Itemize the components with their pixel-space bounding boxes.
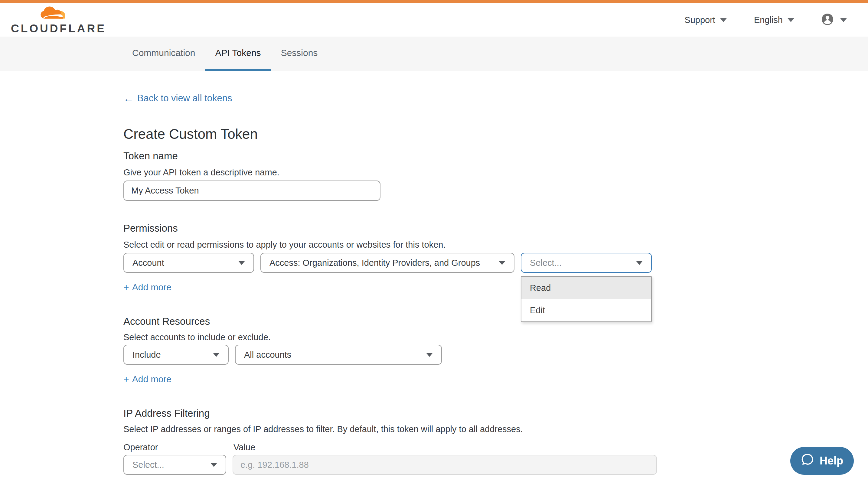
tab-communication[interactable]: Communication: [122, 37, 205, 71]
support-label: Support: [684, 15, 715, 25]
token-name-description: Give your API token a descriptive name.: [123, 167, 838, 178]
permission-access-placeholder: Select...: [530, 258, 562, 268]
account-resources-add-more-link[interactable]: + Add more: [123, 374, 172, 385]
header-nav: Support English: [684, 13, 847, 27]
chevron-down-icon: [499, 261, 505, 265]
ip-filtering-description: Select IP addresses or ranges of IP addr…: [123, 424, 838, 434]
help-label: Help: [819, 454, 843, 467]
main-content: ← Back to view all tokens Create Custom …: [0, 71, 868, 475]
cloudflare-logo-text: CLOUDFLARE: [11, 23, 106, 34]
value-label: Value: [234, 442, 255, 452]
page: CLOUDFLARE Support English: [0, 0, 868, 482]
operator-placeholder: Select...: [132, 460, 164, 470]
chevron-down-icon: [720, 18, 727, 22]
account-resources-row: Include All accounts: [123, 345, 838, 365]
page-title: Create Custom Token: [123, 126, 838, 142]
header: CLOUDFLARE Support English: [0, 3, 868, 37]
include-value: Include: [132, 350, 161, 360]
chevron-down-icon: [787, 18, 794, 22]
chevron-down-icon: [238, 261, 245, 265]
chevron-down-icon: [213, 353, 220, 357]
include-exclude-select[interactable]: Include: [123, 345, 229, 365]
chevron-down-icon: [211, 463, 217, 467]
plus-icon: +: [123, 374, 129, 385]
access-dropdown-menu: Read Edit: [521, 276, 652, 322]
ip-filtering-row: Select...: [123, 455, 838, 475]
chevron-down-icon: [840, 18, 847, 22]
back-to-tokens-link[interactable]: ← Back to view all tokens: [123, 92, 232, 104]
token-name-input[interactable]: [123, 181, 380, 201]
dropdown-option-read[interactable]: Read: [521, 277, 651, 299]
permissions-heading: Permissions: [123, 223, 838, 234]
chevron-down-icon: [426, 353, 433, 357]
tab-sessions[interactable]: Sessions: [271, 37, 328, 71]
cloudflare-logo: CLOUDFLARE: [11, 6, 106, 34]
accounts-select[interactable]: All accounts: [235, 345, 442, 365]
chat-bubble-icon: [801, 453, 815, 469]
language-menu[interactable]: English: [754, 15, 794, 25]
top-orange-bar: [0, 0, 868, 3]
permission-scope-select[interactable]: Account: [123, 253, 254, 273]
ip-filtering-heading: IP Address Filtering: [123, 408, 838, 419]
permissions-description: Select edit or read permissions to apply…: [123, 239, 838, 250]
cloudflare-cloud-icon: [37, 6, 69, 22]
permissions-row: Account Access: Organizations, Identity …: [123, 253, 838, 273]
dropdown-option-edit[interactable]: Edit: [521, 299, 651, 321]
permission-scope-value: Account: [132, 258, 164, 268]
support-menu[interactable]: Support: [684, 15, 727, 25]
add-more-label: Add more: [132, 282, 172, 293]
back-arrow-icon: ←: [123, 92, 134, 104]
add-more-label: Add more: [132, 374, 172, 385]
plus-icon: +: [123, 282, 129, 293]
tab-api-tokens[interactable]: API Tokens: [205, 37, 271, 71]
operator-select[interactable]: Select...: [123, 455, 226, 475]
permission-group-select[interactable]: Access: Organizations, Identity Provider…: [260, 253, 515, 273]
user-avatar-icon: [822, 13, 834, 27]
permission-access-wrap: Select... Read Edit: [521, 253, 652, 273]
help-button[interactable]: Help: [790, 447, 854, 475]
permission-group-value: Access: Organizations, Identity Provider…: [270, 258, 480, 268]
permissions-add-more-link[interactable]: + Add more: [123, 282, 172, 293]
account-resources-description: Select accounts to include or exclude.: [123, 332, 838, 342]
ip-value-input[interactable]: [232, 455, 657, 475]
permission-access-select[interactable]: Select...: [521, 253, 652, 273]
language-label: English: [754, 15, 783, 25]
back-link-label: Back to view all tokens: [137, 92, 232, 104]
operator-label: Operator: [123, 442, 226, 452]
ip-filtering-labels: Operator Value: [123, 442, 838, 452]
chevron-down-icon: [636, 261, 643, 265]
account-menu[interactable]: [822, 13, 847, 27]
token-name-heading: Token name: [123, 150, 838, 162]
accounts-value: All accounts: [244, 350, 291, 360]
tab-bar: Communication API Tokens Sessions: [0, 37, 868, 71]
account-resources-heading: Account Resources: [123, 316, 838, 327]
